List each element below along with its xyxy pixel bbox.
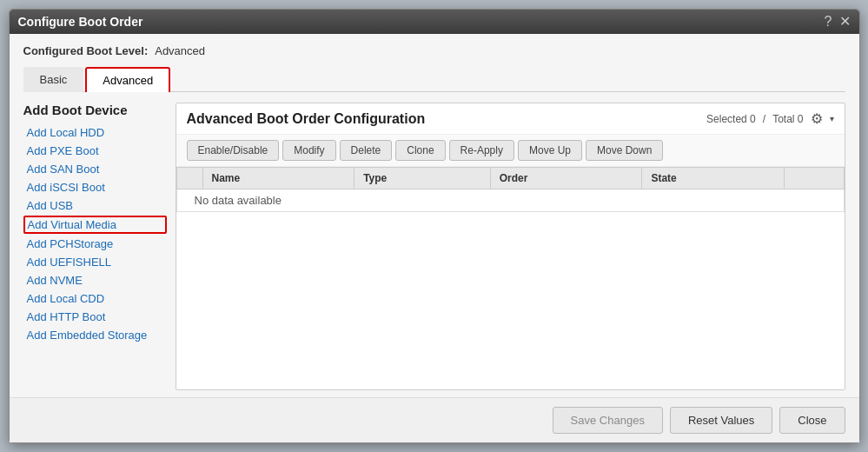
toolbar: Enable/Disable Modify Delete Clone Re-Ap… [176, 135, 845, 167]
tab-basic[interactable]: Basic [23, 67, 84, 92]
close-button[interactable]: Close [779, 407, 845, 434]
dialog-body: Configured Boot Level: Advanced Basic Ad… [10, 34, 859, 397]
sidebar-item-add-http-boot[interactable]: Add HTTP Boot [23, 309, 167, 325]
sidebar: Add Boot Device Add Local HDD Add PXE Bo… [23, 103, 176, 390]
content-panel: Advanced Boot Order Configuration Select… [176, 103, 845, 390]
table-area: Name Type Order State No data available [176, 167, 845, 389]
sidebar-title: Add Boot Device [23, 103, 167, 117]
configured-boot-level: Configured Boot Level: Advanced [23, 44, 845, 57]
delete-button[interactable]: Delete [340, 140, 393, 161]
sidebar-item-add-nvme[interactable]: Add NVME [23, 272, 167, 289]
boot-level-value: Advanced [155, 44, 205, 57]
no-data-row: No data available [176, 189, 844, 212]
move-down-button[interactable]: Move Down [586, 140, 663, 161]
dialog-footer: Save Changes Reset Values Close [10, 397, 859, 442]
modify-button[interactable]: Modify [282, 140, 335, 161]
tabs-bar: Basic Advanced [23, 66, 845, 92]
sidebar-item-add-pxe-boot[interactable]: Add PXE Boot [23, 143, 167, 159]
selected-count: Selected 0 [706, 113, 756, 125]
no-data-text: No data available [186, 180, 290, 221]
move-up-button[interactable]: Move Up [518, 140, 582, 161]
col-actions [785, 168, 844, 189]
help-icon[interactable]: ? [825, 15, 832, 29]
sidebar-item-add-embedded-storage[interactable]: Add Embedded Storage [23, 327, 167, 343]
col-order: Order [490, 168, 642, 189]
gear-icon[interactable]: ⚙ [811, 110, 823, 127]
sidebar-item-add-virtual-media[interactable]: Add Virtual Media [23, 216, 167, 234]
sidebar-item-add-iscsi-boot[interactable]: Add iSCSI Boot [23, 179, 167, 196]
boot-order-table: Name Type Order State No data available [176, 167, 845, 212]
reset-values-button[interactable]: Reset Values [670, 407, 772, 434]
sidebar-item-add-usb[interactable]: Add USB [23, 197, 167, 214]
re-apply-button[interactable]: Re-Apply [449, 140, 514, 161]
meta-separator: / [763, 113, 765, 125]
dialog-titlebar: Configure Boot Order ? ✕ [10, 10, 859, 34]
dialog-title: Configure Boot Order [18, 15, 143, 29]
total-count: Total 0 [772, 113, 803, 125]
clone-button[interactable]: Clone [395, 140, 445, 161]
col-state: State [642, 168, 785, 189]
boot-level-label: Configured Boot Level: [23, 44, 149, 57]
tab-advanced[interactable]: Advanced [85, 67, 170, 92]
sidebar-item-add-local-cdd[interactable]: Add Local CDD [23, 290, 167, 307]
configure-boot-order-dialog: Configure Boot Order ? ✕ Configured Boot… [9, 9, 860, 443]
content-header: Advanced Boot Order Configuration Select… [176, 103, 845, 135]
sidebar-item-add-pchstorage[interactable]: Add PCHStorage [23, 236, 167, 252]
sidebar-item-add-uefishell[interactable]: Add UEFISHELL [23, 254, 167, 270]
main-content: Add Boot Device Add Local HDD Add PXE Bo… [23, 103, 845, 390]
content-meta: Selected 0 / Total 0 ⚙ ▾ [706, 110, 833, 127]
sidebar-item-add-san-boot[interactable]: Add SAN Boot [23, 161, 167, 177]
close-icon[interactable]: ✕ [839, 15, 851, 29]
content-title: Advanced Boot Order Configuration [187, 111, 426, 127]
sidebar-item-add-local-hdd[interactable]: Add Local HDD [23, 124, 167, 141]
save-changes-button[interactable]: Save Changes [553, 407, 663, 434]
col-type: Type [354, 168, 491, 189]
enable-disable-button[interactable]: Enable/Disable [187, 140, 280, 161]
dropdown-arrow-icon[interactable]: ▾ [830, 114, 834, 123]
titlebar-icons: ? ✕ [825, 15, 851, 29]
